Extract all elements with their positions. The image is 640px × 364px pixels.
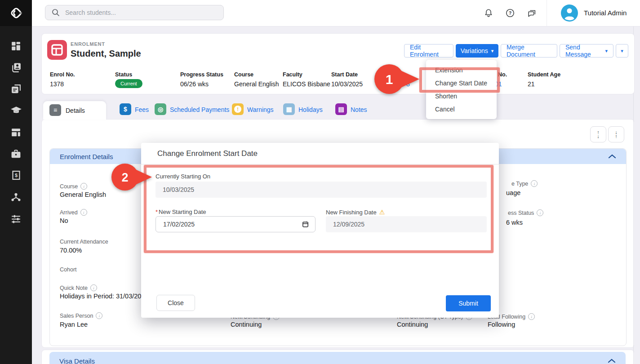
- highlight-box-change-start-date: [419, 67, 500, 93]
- info-icon: i: [537, 209, 543, 216]
- sidebar-item-enrolments[interactable]: [0, 80, 32, 98]
- attendance-field-value: 70.00%: [60, 247, 82, 254]
- sales-person-field-label: Sales Personi: [60, 312, 102, 319]
- annotation-pin-2: 2: [111, 163, 152, 191]
- annotation-pin-1: 1: [373, 64, 420, 94]
- sidebar-item-settings[interactable]: [0, 209, 32, 227]
- lead-following-value: Following: [488, 321, 515, 328]
- details-tab-icon: ≡: [49, 104, 61, 116]
- warnings-tab-icon: !: [232, 103, 244, 115]
- holidays-tab-icon: ▦: [283, 103, 295, 115]
- tab-details-label[interactable]: Details: [66, 107, 85, 114]
- app-logo[interactable]: [0, 0, 32, 26]
- entity-kicker: ENROLMENT: [71, 41, 105, 47]
- cohort-field-label: Cohort: [60, 266, 77, 273]
- graduation-cap-icon: [10, 105, 22, 116]
- briefcase-icon: [10, 148, 22, 160]
- enrolment-header-card: ENROLMENT Student, Sample Edit Enrolment…: [41, 33, 635, 94]
- info-icon: i: [96, 312, 102, 319]
- progress-wks-value-fragment: 6 wks: [506, 219, 523, 226]
- sliders-icon: [10, 213, 22, 224]
- new-continuing-value: Continuing: [231, 321, 262, 328]
- chevron-up-icon[interactable]: [608, 154, 616, 159]
- bell-icon: [484, 8, 493, 18]
- chevron-down-icon: ▾: [605, 49, 608, 53]
- modal-title: Change Enrolment Start Date: [157, 149, 258, 158]
- close-button[interactable]: Close: [156, 295, 195, 311]
- panel-title: Enrolment Details: [60, 153, 113, 160]
- fees-tab-icon: $: [120, 103, 131, 115]
- avatar[interactable]: [561, 4, 578, 23]
- merge-document-button[interactable]: Merge Document: [501, 44, 557, 58]
- student-age-label: Student Age: [528, 71, 560, 78]
- new-continuing-ct-value: Continuing: [397, 321, 428, 328]
- info-icon: i: [528, 313, 535, 320]
- info-icon: i: [90, 284, 97, 291]
- progress-status-value: 06/26 wks: [180, 80, 209, 88]
- notifications-button[interactable]: [483, 8, 494, 18]
- course-label: Course: [234, 71, 253, 78]
- progress-status-label: Progress Status: [180, 71, 223, 78]
- arrived-field-value: No: [60, 217, 68, 224]
- tab-warnings[interactable]: Warnings: [247, 106, 274, 113]
- quick-note-field-value: Holidays in Period: 31/03/202: [60, 293, 145, 300]
- chat-icon: [527, 8, 537, 18]
- logo-icon: [7, 4, 25, 22]
- faculty-label: Faculty: [283, 71, 302, 78]
- tab-holidays[interactable]: Holidays: [298, 106, 323, 113]
- submit-button[interactable]: Submit: [446, 295, 491, 311]
- status-label: Status: [115, 71, 132, 78]
- sidebar-item-finance[interactable]: $: [0, 166, 32, 184]
- chevron-down-icon: ▾: [621, 49, 623, 53]
- sidebar-item-students[interactable]: [0, 58, 32, 76]
- arrow-up-icon: ↑: [615, 134, 618, 138]
- messages-button[interactable]: [526, 8, 537, 18]
- menu-item-cancel[interactable]: Cancel: [426, 102, 497, 115]
- course-type-label-fragment: e Typei: [511, 180, 538, 187]
- sidebar-item-marketing[interactable]: [0, 188, 32, 206]
- arrow-down-icon: ↓: [597, 134, 600, 138]
- course-field-value: General English: [60, 191, 106, 198]
- search-input[interactable]: [64, 9, 210, 17]
- student-search[interactable]: [45, 5, 224, 20]
- dashboard-icon: [10, 40, 22, 52]
- tab-scheduled-payments[interactable]: Scheduled Payments: [170, 106, 229, 113]
- info-icon: i: [80, 183, 87, 190]
- more-actions-button[interactable]: ▾: [616, 44, 628, 58]
- search-icon: [52, 9, 60, 17]
- user-name[interactable]: Tutorial Admin: [584, 9, 627, 17]
- faculty-value: ELICOS Bisbane: [283, 80, 330, 88]
- enrolments-icon: [10, 84, 22, 95]
- tab-fees[interactable]: Fees: [135, 106, 149, 113]
- visa-details-header[interactable]: Visa Details: [49, 352, 626, 364]
- edit-enrolment-button[interactable]: Edit Enrolment: [404, 44, 453, 58]
- collapse-all-button[interactable]: ↓ ↑: [608, 126, 624, 142]
- scheduled-payments-tab-icon: ◎: [155, 103, 166, 115]
- sidebar-item-courses[interactable]: [0, 102, 32, 120]
- sidebar-item-dashboard[interactable]: [0, 37, 32, 55]
- attendance-field-label: Current Attendance: [60, 239, 108, 245]
- variations-button[interactable]: Variations▾: [456, 44, 498, 58]
- quick-note-field-label: Quick Notei: [60, 284, 97, 291]
- visa-panel-title: Visa Details: [59, 357, 95, 364]
- svg-text:?: ?: [509, 11, 511, 16]
- progress-status-label-fragment: ess Statusi: [508, 209, 543, 216]
- invoice-icon: $: [11, 170, 22, 181]
- svg-text:$: $: [14, 173, 17, 178]
- network-icon: [10, 191, 22, 203]
- chevron-down-icon: ▾: [491, 49, 494, 53]
- info-icon: i: [531, 180, 538, 187]
- help-icon: ?: [505, 8, 515, 18]
- enrol-no-value: 1378: [50, 80, 64, 88]
- page-title: Student, Sample: [71, 49, 141, 59]
- status-badge: Current: [115, 79, 142, 88]
- help-button[interactable]: ?: [505, 8, 516, 18]
- sidebar-item-agents[interactable]: [0, 145, 32, 163]
- send-message-button[interactable]: Send Message▾: [560, 44, 613, 58]
- sidebar-item-classes[interactable]: [0, 123, 32, 141]
- tab-notes[interactable]: Notes: [351, 106, 367, 113]
- students-icon: [10, 62, 22, 73]
- expand-all-button[interactable]: ↑ ↓: [590, 126, 606, 142]
- annotation-step-1: 1: [386, 72, 393, 87]
- chevron-up-icon[interactable]: [608, 359, 616, 363]
